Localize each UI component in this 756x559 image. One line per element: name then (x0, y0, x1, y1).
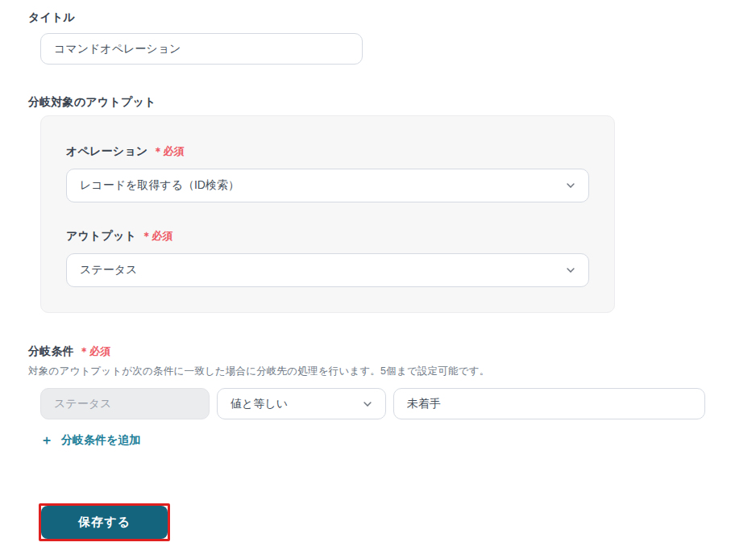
operation-label: オペレーション (66, 144, 147, 159)
condition-value-input[interactable] (393, 388, 705, 419)
chevron-down-icon (565, 265, 576, 276)
output-label-row: アウトプット ＊必須 (66, 229, 589, 244)
operation-label-row: オペレーション ＊必須 (66, 144, 589, 159)
operation-select-value: レコードを取得する（ID検索） (80, 178, 239, 193)
output-select[interactable]: ステータス (66, 253, 589, 287)
add-condition-label: 分岐条件を追加 (61, 433, 140, 448)
title-label: タイトル (28, 10, 75, 25)
plus-icon: ＋ (40, 434, 53, 447)
condition-operator-select[interactable]: 値と等しい (217, 388, 386, 419)
output-select-value: ステータス (80, 263, 137, 277)
output-label: アウトプット (66, 229, 136, 244)
title-input[interactable] (40, 33, 363, 65)
condition-row: 値と等しい (40, 388, 705, 419)
branch-condition-heading-text: 分岐条件 (28, 344, 74, 359)
chevron-down-icon (362, 398, 373, 410)
save-button[interactable]: 保存する (41, 506, 168, 539)
operation-select[interactable]: レコードを取得する（ID検索） (66, 169, 589, 202)
output-required-badge: ＊必須 (141, 229, 173, 244)
branch-condition-heading: 分岐条件 ＊必須 (28, 344, 110, 359)
chevron-down-icon (565, 180, 576, 191)
branch-output-heading: 分岐対象のアウトプット (28, 95, 156, 110)
operation-required-badge: ＊必須 (152, 144, 185, 159)
branch-settings-form: タイトル 分岐対象のアウトプット オペレーション ＊必須 レコードを取得する（I… (0, 0, 756, 559)
branch-condition-required-badge: ＊必須 (79, 344, 111, 359)
branch-condition-description: 対象のアウトプットが次の条件に一致した場合に分岐先の処理を行います。5個まで設定… (28, 365, 489, 378)
condition-target-input (40, 388, 210, 419)
add-condition-link[interactable]: ＋ 分岐条件を追加 (40, 433, 140, 448)
branch-output-panel: オペレーション ＊必須 レコードを取得する（ID検索） アウトプット ＊必須 ス… (40, 115, 615, 313)
condition-operator-value: 値と等しい (231, 397, 288, 411)
annotation-highlight-box: 保存する (39, 503, 170, 541)
